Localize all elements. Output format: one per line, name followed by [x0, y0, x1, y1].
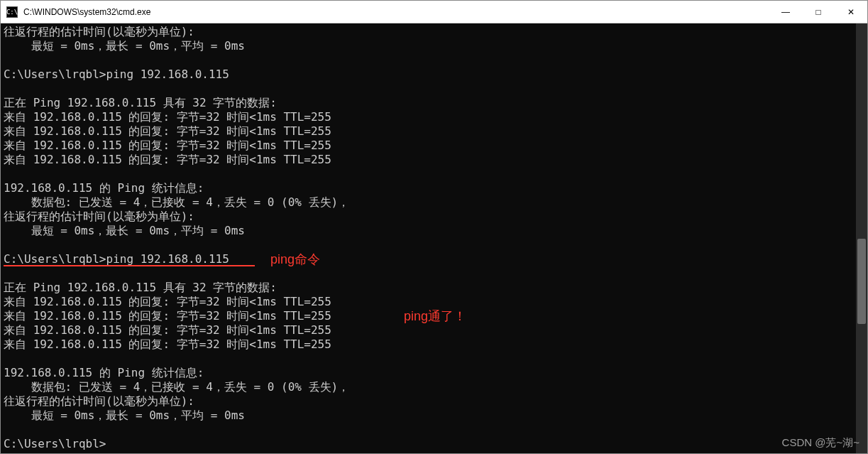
terminal-line: 最短 = 0ms，最长 = 0ms，平均 = 0ms [4, 39, 853, 53]
minimize-button[interactable]: — [769, 1, 802, 23]
terminal-line: 来自 192.168.0.115 的回复: 字节=32 时间<1ms TTL=2… [4, 295, 853, 309]
terminal-line [4, 423, 853, 437]
terminal-line [4, 53, 853, 67]
close-button[interactable]: ✕ [835, 1, 867, 23]
terminal-line [4, 238, 853, 252]
scrollbar-thumb[interactable] [857, 239, 866, 324]
terminal-line: 192.168.0.115 的 Ping 统计信息: [4, 181, 853, 195]
terminal-wrap: 往返行程的估计时间(以毫秒为单位): 最短 = 0ms，最长 = 0ms，平均 … [1, 23, 867, 453]
terminal-line [4, 266, 853, 281]
terminal-line: 来自 192.168.0.115 的回复: 字节=32 时间<1ms TTL=2… [4, 337, 853, 352]
terminal-line: C:\Users\lrqbl>ping 192.168.0.115 [4, 252, 853, 266]
terminal-line: 往返行程的估计时间(以毫秒为单位): [4, 210, 853, 224]
terminal-line: 最短 = 0ms，最长 = 0ms，平均 = 0ms [4, 224, 853, 238]
terminal-line: 最短 = 0ms，最长 = 0ms，平均 = 0ms [4, 409, 853, 423]
terminal-line: C:\Users\lrqbl> [4, 437, 853, 451]
terminal-line: 往返行程的估计时间(以毫秒为单位): [4, 394, 853, 409]
titlebar[interactable]: C:\ C:\WINDOWS\system32\cmd.exe — □ ✕ [1, 1, 867, 23]
terminal-line: 来自 192.168.0.115 的回复: 字节=32 时间<1ms TTL=2… [4, 309, 853, 323]
terminal-line: 数据包: 已发送 = 4，已接收 = 4，丢失 = 0 (0% 丢失)， [4, 195, 853, 210]
terminal-line [4, 352, 853, 366]
terminal-line: 正在 Ping 192.168.0.115 具有 32 字节的数据: [4, 96, 853, 110]
cmd-icon: C:\ [6, 6, 18, 18]
terminal-line [4, 82, 853, 96]
terminal-line: 往返行程的估计时间(以毫秒为单位): [4, 25, 853, 39]
window-controls: — □ ✕ [769, 1, 867, 23]
terminal-line [4, 167, 853, 181]
terminal-line: 数据包: 已发送 = 4，已接收 = 4，丢失 = 0 (0% 丢失)， [4, 380, 853, 394]
terminal-line: 来自 192.168.0.115 的回复: 字节=32 时间<1ms TTL=2… [4, 153, 853, 167]
window-title: C:\WINDOWS\system32\cmd.exe [23, 7, 769, 17]
cmd-window: C:\ C:\WINDOWS\system32\cmd.exe — □ ✕ 往返… [0, 0, 868, 454]
terminal-line: C:\Users\lrqbl>ping 192.168.0.115 [4, 67, 853, 82]
maximize-button[interactable]: □ [802, 1, 835, 23]
terminal-output[interactable]: 往返行程的估计时间(以毫秒为单位): 最短 = 0ms，最长 = 0ms，平均 … [1, 23, 856, 453]
vertical-scrollbar[interactable] [856, 23, 867, 453]
terminal-line: 正在 Ping 192.168.0.115 具有 32 字节的数据: [4, 281, 853, 295]
terminal-line: 来自 192.168.0.115 的回复: 字节=32 时间<1ms TTL=2… [4, 110, 853, 124]
terminal-line: 192.168.0.115 的 Ping 统计信息: [4, 366, 853, 380]
terminal-line: 来自 192.168.0.115 的回复: 字节=32 时间<1ms TTL=2… [4, 323, 853, 337]
terminal-line: 来自 192.168.0.115 的回复: 字节=32 时间<1ms TTL=2… [4, 124, 853, 139]
terminal-line: 来自 192.168.0.115 的回复: 字节=32 时间<1ms TTL=2… [4, 139, 853, 153]
